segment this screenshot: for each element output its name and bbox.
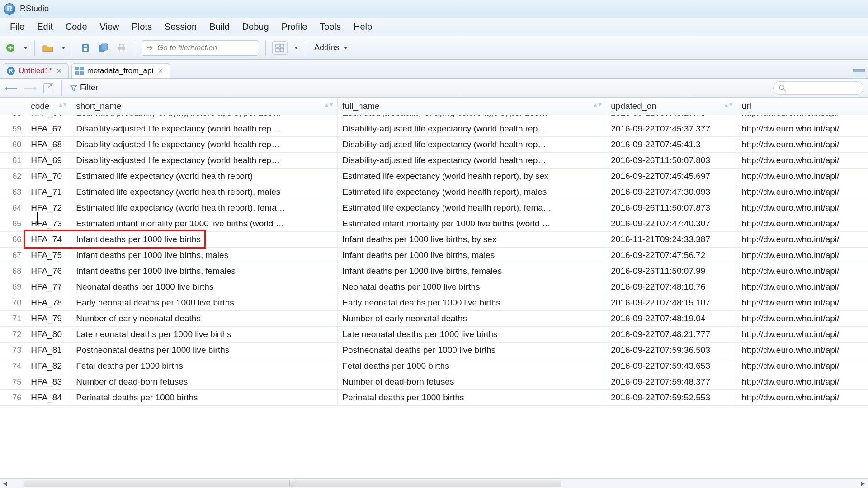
cell-full-name[interactable]: Late neonatal deaths per 1000 live birth… <box>338 327 606 343</box>
cell-short-name[interactable]: Disability-adjusted life expectancy (wor… <box>71 137 338 153</box>
table-row[interactable]: 74HFA_82Fetal deaths per 1000 birthsFeta… <box>0 358 868 374</box>
cell-code[interactable]: HFA_83 <box>26 374 71 390</box>
search-input[interactable] <box>773 81 863 95</box>
cell-code[interactable]: HFA_81 <box>26 343 71 358</box>
cell-updated-on[interactable]: 2016-09-22T07:59:36.503 <box>606 343 737 358</box>
cell-updated-on[interactable]: 2016-09-26T11:50:07.99 <box>606 263 737 279</box>
close-tab-button[interactable]: ✕ <box>56 67 63 75</box>
table-row[interactable]: 63HFA_71Estimated life expectancy (world… <box>0 184 868 200</box>
open-recent-dropdown[interactable] <box>61 47 66 49</box>
cell-updated-on[interactable]: 2016-09-22T07:48:21.777 <box>606 327 737 343</box>
cell-url[interactable]: http://dw.euro.who.int/api/ <box>737 137 868 153</box>
cell-code[interactable]: HFA_84 <box>26 390 71 406</box>
cell-updated-on[interactable]: 2016-09-22T07:48:19.04 <box>606 311 737 327</box>
cell-full-name[interactable]: Perinatal deaths per 1000 births <box>338 390 606 406</box>
cell-code[interactable]: HFA_77 <box>26 279 71 295</box>
cell-code[interactable]: HFA_78 <box>26 295 71 311</box>
cell-url[interactable]: http://dw.euro.who.int/api/ <box>737 279 868 295</box>
cell-full-name[interactable]: Disability-adjusted life expectancy (wor… <box>338 121 606 137</box>
cell-code[interactable]: HFA_72 <box>26 200 71 216</box>
cell-url[interactable]: http://dw.euro.who.int/api/ <box>737 121 868 137</box>
nav-forward-button[interactable]: ⟶ <box>24 83 37 94</box>
cell-code[interactable]: HFA_67 <box>26 121 71 137</box>
table-row[interactable]: 66HFA_74Infant deaths per 1000 live birt… <box>0 232 868 248</box>
cell-url[interactable]: http://dw.euro.who.int/api/ <box>737 248 868 263</box>
popout-window-button[interactable] <box>43 83 53 93</box>
new-document-dropdown[interactable] <box>24 47 28 49</box>
menu-profile[interactable]: Profile <box>276 20 313 34</box>
cell-full-name[interactable]: Estimated life expectancy (world health … <box>338 169 606 184</box>
cell-updated-on[interactable]: 2016-09-22T07:48:10.76 <box>606 279 737 295</box>
cell-short-name[interactable]: Infant deaths per 1000 live births, fema… <box>71 263 338 279</box>
cell-url[interactable]: http://dw.euro.who.int/api/ <box>737 343 868 358</box>
cell-code[interactable]: HFA_75 <box>26 248 71 263</box>
cell-full-name[interactable]: Disability-adjusted life expectancy (wor… <box>338 153 606 169</box>
col-header-url[interactable]: url <box>737 98 868 115</box>
cell-updated-on[interactable]: 2016-09-22T07:45:37.377 <box>606 121 737 137</box>
cell-code[interactable]: HFA_76 <box>26 263 71 279</box>
save-all-button[interactable] <box>97 41 110 55</box>
cell-code[interactable]: HFA_79 <box>26 311 71 327</box>
nav-back-button[interactable]: ⟵ <box>5 83 18 94</box>
cell-updated-on[interactable]: 2016-09-26T11:50:07.873 <box>606 200 737 216</box>
menu-view[interactable]: View <box>94 20 125 34</box>
cell-full-name[interactable]: Fetal deaths per 1000 births <box>338 358 606 374</box>
menu-plots[interactable]: Plots <box>127 20 157 34</box>
table-row[interactable]: 59HFA_67Disability-adjusted life expecta… <box>0 121 868 137</box>
filter-button[interactable]: Filter <box>70 83 98 93</box>
cell-full-name[interactable]: Number of early neonatal deaths <box>338 311 606 327</box>
cell-url[interactable]: http://dw.euro.who.int/api/ <box>737 153 868 169</box>
menu-edit[interactable]: Edit <box>32 20 58 34</box>
col-header-updated-on[interactable]: updated_on▲▼ <box>606 98 737 115</box>
table-row[interactable]: 69HFA_77Neonatal deaths per 1000 live bi… <box>0 279 868 295</box>
table-row[interactable]: 60HFA_68Disability-adjusted life expecta… <box>0 137 868 153</box>
cell-url[interactable]: http://dw.euro.who.int/api/ <box>737 311 868 327</box>
col-header-rownum[interactable] <box>0 98 26 115</box>
cell-code[interactable]: HFA_82 <box>26 358 71 374</box>
table-row[interactable]: 64HFA_72Estimated life expectancy (world… <box>0 200 868 216</box>
tab-untitled1[interactable]: R Untitled1* ✕ <box>3 63 69 78</box>
cell-url[interactable]: http://dw.euro.who.int/api/ <box>737 263 868 279</box>
cell-updated-on[interactable]: 2016-09-22T07:47:30.093 <box>606 184 737 200</box>
cell-short-name[interactable]: Fetal deaths per 1000 births <box>71 358 338 374</box>
cell-full-name[interactable]: Estimated life expectancy (world health … <box>338 184 606 200</box>
cell-code[interactable]: HFA_70 <box>26 169 71 184</box>
cell-url[interactable]: http://dw.euro.who.int/api/ <box>737 200 868 216</box>
open-project-button[interactable] <box>41 41 55 55</box>
cell-url[interactable]: http://dw.euro.who.int/api/ <box>737 216 868 232</box>
cell-url[interactable]: http://dw.euro.who.int/api/ <box>737 358 868 374</box>
cell-updated-on[interactable]: 2016-11-21T09:24:33.387 <box>606 232 737 248</box>
cell-full-name[interactable]: Estimated life expectancy (world health … <box>338 200 606 216</box>
cell-full-name[interactable]: Postneonatal deaths per 1000 live births <box>338 343 606 358</box>
cell-code[interactable]: HFA_69 <box>26 153 71 169</box>
cell-updated-on[interactable]: 2016-09-22T07:45:45.697 <box>606 169 737 184</box>
cell-updated-on[interactable]: 2016-09-22T07:47:56.72 <box>606 248 737 263</box>
table-row[interactable]: 62HFA_70Estimated life expectancy (world… <box>0 169 868 184</box>
cell-code[interactable]: HFA_74 <box>26 232 71 248</box>
cell-full-name[interactable]: Estimated infant mortality per 1000 live… <box>338 216 606 232</box>
menu-debug[interactable]: Debug <box>237 20 274 34</box>
menu-file[interactable]: File <box>5 20 30 34</box>
col-header-code[interactable]: code▲▼ <box>26 98 71 115</box>
pane-layout-button[interactable] <box>272 41 288 55</box>
table-row[interactable]: 67HFA_75Infant deaths per 1000 live birt… <box>0 248 868 263</box>
cell-full-name[interactable]: Neonatal deaths per 1000 live births <box>338 279 606 295</box>
cell-short-name[interactable]: Early neonatal deaths per 1000 live birt… <box>71 295 338 311</box>
cell-url[interactable]: http://dw.euro.who.int/api/ <box>737 374 868 390</box>
addins-menu[interactable]: Addins <box>311 43 351 52</box>
col-header-short-name[interactable]: short_name▲▼ <box>71 98 338 115</box>
cell-short-name[interactable]: Late neonatal deaths per 1000 live birth… <box>71 327 338 343</box>
table-row[interactable]: 68HFA_76Infant deaths per 1000 live birt… <box>0 263 868 279</box>
maximize-pane-button[interactable] <box>853 69 865 78</box>
cell-short-name[interactable]: Postneonatal deaths per 1000 live births <box>71 343 338 358</box>
print-button[interactable] <box>115 41 128 55</box>
new-document-button[interactable] <box>4 41 17 55</box>
cell-short-name[interactable]: Neonatal deaths per 1000 live births <box>71 279 338 295</box>
cell-updated-on[interactable]: 2016-09-22T07:59:48.377 <box>606 374 737 390</box>
cell-short-name[interactable]: Infant deaths per 1000 live births <box>71 232 338 248</box>
cell-updated-on[interactable]: 2016-09-22T07:47:40.307 <box>606 216 737 232</box>
menu-build[interactable]: Build <box>204 20 235 34</box>
cell-full-name[interactable]: Number of dead-born fetuses <box>338 374 606 390</box>
cell-short-name[interactable]: Estimated life expectancy (world health … <box>71 184 338 200</box>
menu-code[interactable]: Code <box>60 20 93 34</box>
